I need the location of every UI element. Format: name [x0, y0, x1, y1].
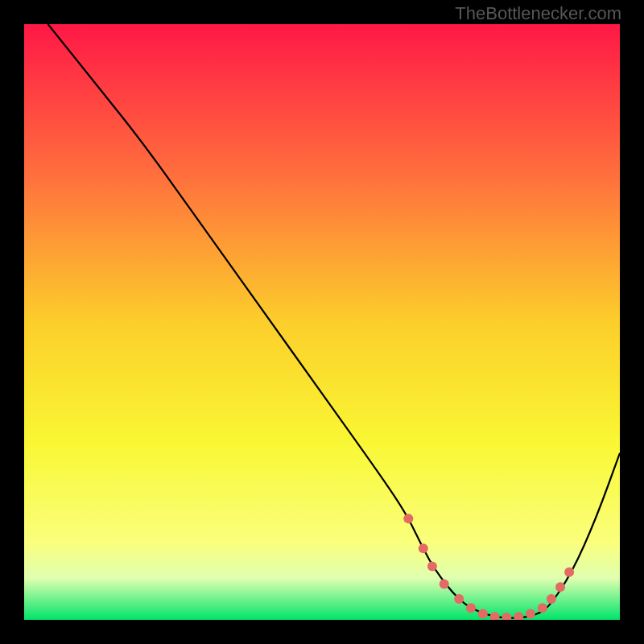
marker-point	[466, 603, 476, 613]
marker-point	[454, 594, 464, 604]
marker-point	[555, 582, 565, 592]
gradient-background	[24, 24, 620, 620]
chart-container: TheBottlenecker.com	[0, 0, 644, 644]
marker-point	[419, 543, 428, 553]
plot-area	[24, 24, 620, 620]
marker-point	[478, 609, 488, 619]
marker-point	[440, 580, 449, 589]
marker-point	[427, 561, 437, 571]
marker-point	[547, 594, 556, 604]
marker-point	[526, 609, 535, 619]
watermark-text: TheBottlenecker.com	[455, 3, 621, 24]
marker-point	[403, 514, 413, 523]
marker-point	[538, 603, 547, 613]
marker-point	[564, 568, 574, 577]
